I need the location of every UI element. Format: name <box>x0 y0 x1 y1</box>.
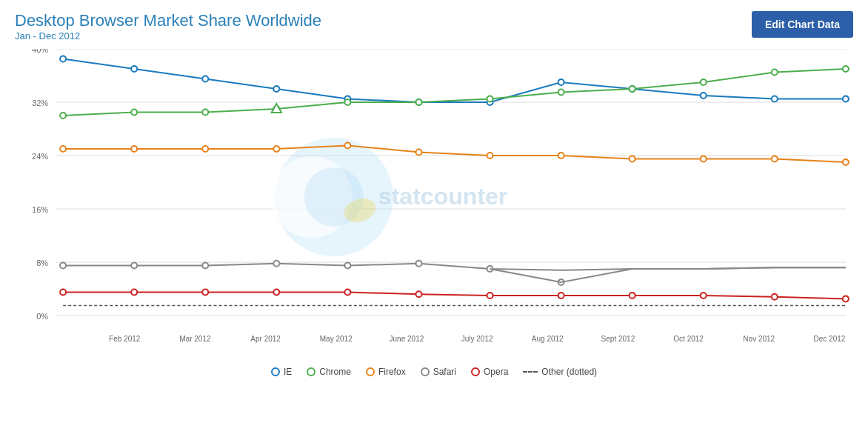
svg-point-59 <box>415 150 421 156</box>
svg-text:Feb 2012: Feb 2012 <box>109 335 141 343</box>
svg-point-80 <box>487 293 493 298</box>
svg-text:0%: 0% <box>36 312 48 321</box>
svg-point-36 <box>558 79 564 85</box>
svg-point-49 <box>558 90 564 96</box>
svg-point-76 <box>202 290 208 296</box>
svg-text:Sept 2012: Sept 2012 <box>601 335 635 343</box>
svg-point-52 <box>772 70 778 76</box>
svg-point-83 <box>701 293 707 298</box>
svg-point-41 <box>60 113 66 119</box>
svg-point-82 <box>630 293 635 298</box>
svg-point-84 <box>772 294 778 300</box>
legend-label-opera: Opera <box>484 367 508 377</box>
svg-text:Aug 2012: Aug 2012 <box>532 335 564 343</box>
legend-dot-opera <box>471 367 480 376</box>
legend-item-opera: Opera <box>471 367 508 377</box>
svg-point-81 <box>558 293 564 298</box>
svg-point-30 <box>131 66 137 72</box>
svg-point-38 <box>701 93 707 99</box>
chart-svg: 40% 32% 24% 16% 8% 0% <box>15 49 853 360</box>
svg-point-51 <box>701 79 707 85</box>
legend-label-firefox: Firefox <box>378 367 406 377</box>
svg-point-85 <box>843 296 849 302</box>
svg-point-46 <box>344 99 350 105</box>
svg-point-63 <box>701 156 707 162</box>
edit-chart-button[interactable]: Edit Chart Data <box>752 11 853 38</box>
svg-point-71 <box>415 261 421 267</box>
svg-text:16%: 16% <box>32 205 48 214</box>
legend-dot-ie <box>271 367 280 376</box>
svg-text:8%: 8% <box>36 258 48 267</box>
legend-label-chrome: Chrome <box>319 367 351 377</box>
chart-legend: IE Chrome Firefox Safari Opera Other (do… <box>15 367 853 377</box>
legend-label-other: Other (dotted) <box>541 367 597 377</box>
legend-label-ie: IE <box>284 367 292 377</box>
svg-point-32 <box>273 86 279 92</box>
svg-point-58 <box>344 143 350 149</box>
svg-text:Mar 2012: Mar 2012 <box>179 335 211 343</box>
chart-header: Desktop Browser Market Share Worldwide J… <box>15 11 853 41</box>
svg-point-53 <box>843 66 849 72</box>
svg-text:Oct 2012: Oct 2012 <box>673 335 704 343</box>
legend-item-firefox: Firefox <box>366 367 406 377</box>
svg-point-43 <box>202 110 208 116</box>
svg-text:Dec 2012: Dec 2012 <box>814 335 846 343</box>
chart-area: 40% 32% 24% 16% 8% 0% <box>15 49 853 390</box>
svg-point-55 <box>131 146 137 152</box>
legend-dot-firefox <box>366 367 375 376</box>
svg-text:32%: 32% <box>32 99 48 107</box>
legend-dot-safari <box>421 367 430 376</box>
svg-text:24%: 24% <box>32 152 48 161</box>
legend-dot-chrome <box>307 367 316 376</box>
legend-item-chrome: Chrome <box>307 367 351 377</box>
svg-point-56 <box>202 146 208 152</box>
legend-item-safari: Safari <box>421 367 456 377</box>
svg-point-42 <box>131 110 137 116</box>
svg-text:statcounter: statcounter <box>378 183 507 210</box>
svg-point-60 <box>487 153 493 159</box>
svg-point-64 <box>772 156 778 162</box>
svg-point-67 <box>131 263 137 269</box>
svg-point-40 <box>843 96 849 102</box>
title-block: Desktop Browser Market Share Worldwide J… <box>15 11 321 41</box>
svg-text:Nov 2012: Nov 2012 <box>743 335 775 343</box>
svg-point-74 <box>60 290 66 296</box>
svg-point-48 <box>487 96 493 102</box>
legend-label-safari: Safari <box>433 367 456 377</box>
svg-point-62 <box>630 156 635 162</box>
svg-point-50 <box>630 86 635 92</box>
svg-text:40%: 40% <box>32 49 48 54</box>
svg-point-69 <box>273 261 279 267</box>
svg-point-79 <box>415 291 421 297</box>
svg-point-75 <box>131 290 137 296</box>
chart-subtitle: Jan - Dec 2012 <box>15 30 321 41</box>
svg-point-65 <box>843 159 849 165</box>
svg-text:May 2012: May 2012 <box>320 335 353 343</box>
svg-point-66 <box>60 263 66 269</box>
svg-point-29 <box>60 56 66 62</box>
svg-point-39 <box>772 96 778 102</box>
legend-line-other <box>523 371 538 373</box>
chart-title: Desktop Browser Market Share Worldwide <box>15 11 321 30</box>
legend-item-ie: IE <box>271 367 292 377</box>
svg-point-78 <box>344 290 350 296</box>
svg-point-31 <box>202 76 208 82</box>
svg-point-61 <box>558 153 564 159</box>
svg-point-54 <box>60 146 66 152</box>
svg-point-47 <box>415 99 421 105</box>
svg-point-57 <box>273 146 279 152</box>
main-container: Desktop Browser Market Share Worldwide J… <box>0 0 868 437</box>
svg-text:Apr 2012: Apr 2012 <box>250 335 281 343</box>
svg-text:June 2012: June 2012 <box>390 335 424 343</box>
svg-point-68 <box>202 263 208 269</box>
svg-point-70 <box>344 263 350 269</box>
svg-text:July 2012: July 2012 <box>461 335 493 343</box>
legend-item-other: Other (dotted) <box>523 367 597 377</box>
svg-point-77 <box>273 290 279 296</box>
